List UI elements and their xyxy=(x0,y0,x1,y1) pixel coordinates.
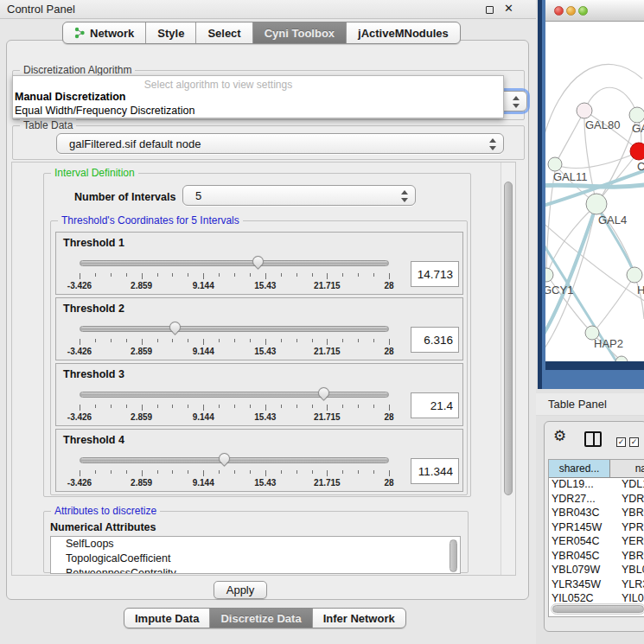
tab-style[interactable]: Style xyxy=(146,22,196,43)
tab-select[interactable]: Select xyxy=(196,22,252,43)
tab-discretize-data[interactable]: Discretize Data xyxy=(210,609,312,628)
slider-thumb[interactable] xyxy=(316,385,331,400)
slider-tick xyxy=(172,273,173,277)
tab-impute-data[interactable]: Impute Data xyxy=(124,609,210,628)
table-row[interactable]: YBR045CYBR0 xyxy=(549,550,644,564)
numerical-attributes-label: Numerical Attributes xyxy=(50,521,156,533)
network-node-ga[interactable] xyxy=(629,107,644,123)
table-row[interactable]: YBL079WYBL0 xyxy=(549,564,644,578)
slider-tick xyxy=(219,339,220,342)
split-columns-icon[interactable] xyxy=(584,431,602,447)
network-node-gal11[interactable] xyxy=(548,157,562,171)
slider-thumb[interactable] xyxy=(217,450,233,466)
slider-tick xyxy=(296,273,297,277)
checkbox-icon[interactable]: ✓ xyxy=(629,437,639,447)
threshold-value-field[interactable] xyxy=(411,458,459,484)
network-node-gcy1[interactable] xyxy=(545,268,553,282)
network-node-h[interactable] xyxy=(627,267,642,283)
tab-label: Discretize Data xyxy=(220,612,301,625)
list-item[interactable]: TopologicalCoefficient xyxy=(51,552,460,566)
cell-name: YBR0 xyxy=(610,550,644,564)
close-icon[interactable]: ✕ xyxy=(504,2,513,15)
threshold-label: Threshold 4 xyxy=(63,434,124,446)
slider-track[interactable] xyxy=(80,457,389,463)
slider-thumb[interactable] xyxy=(250,253,265,269)
slider-tick-label: -3.426 xyxy=(67,478,92,488)
close-traffic-light-icon[interactable] xyxy=(554,6,564,16)
table-row[interactable]: YBR043CYBR0 xyxy=(549,507,644,521)
cell-name: YBL0 xyxy=(610,564,644,578)
table-row[interactable]: YPR145WYPR1 xyxy=(549,521,644,536)
tab-network[interactable]: Network xyxy=(63,22,146,43)
numerical-attributes-list[interactable]: SelfLoopsTopologicalCoefficientBetweenne… xyxy=(50,536,461,574)
minimize-traffic-light-icon[interactable] xyxy=(566,6,576,16)
threshold-slider[interactable]: -3.4262.8599.14415.4321.71528 xyxy=(80,386,389,424)
table-horizontal-scrollbar-thumb[interactable] xyxy=(552,605,644,613)
slider-tick xyxy=(234,405,235,408)
list-item[interactable]: BetweennessCentrality xyxy=(51,566,460,574)
apply-button[interactable]: Apply xyxy=(214,581,267,599)
table-data-combobox[interactable]: galFiltered.sif default node xyxy=(56,133,504,154)
network-node-gal4[interactable] xyxy=(586,194,607,214)
tab-cyni-toolbox[interactable]: Cyni Toolbox xyxy=(253,22,347,43)
column-header-shared-name[interactable]: shared... xyxy=(549,460,610,477)
slider-tick xyxy=(250,339,251,342)
slider-tick xyxy=(203,273,204,279)
column-header-name[interactable]: na xyxy=(610,460,644,477)
slider-track[interactable] xyxy=(80,392,389,398)
table-row[interactable]: YDL19...YDL1 xyxy=(549,478,644,493)
settings-scrollpane: Interval Definition Number of Intervals … xyxy=(11,162,516,576)
settings-scrollbar[interactable] xyxy=(501,163,515,575)
slider-tick-label: 9.144 xyxy=(193,347,214,356)
slider-tick xyxy=(219,470,220,474)
interval-definition-group: Interval Definition Number of Intervals … xyxy=(43,173,471,497)
network-view-window: GAL80GACGAL11GAL4GCY1HHAP2 xyxy=(538,0,644,389)
zoom-traffic-light-icon[interactable] xyxy=(578,6,588,16)
slider-track[interactable] xyxy=(80,260,389,266)
slider-tick xyxy=(327,470,328,476)
list-item[interactable]: SelfLoops xyxy=(51,537,460,552)
table-row[interactable]: YDR27...YDR2 xyxy=(549,493,644,507)
slider-tick xyxy=(312,470,313,474)
slider-tick xyxy=(296,470,297,474)
slider-tick xyxy=(157,273,158,277)
number-of-intervals-combobox[interactable]: 5 xyxy=(182,185,416,206)
node-table: shared... na YDL19...YDL1YDR27...YDR2YBR… xyxy=(548,459,644,617)
slider-tick xyxy=(95,405,96,408)
threshold-slider[interactable]: -3.4262.8599.14415.4321.71528 xyxy=(80,452,389,490)
threshold-slider[interactable]: -3.4262.8599.14415.4321.71528 xyxy=(80,321,389,359)
algorithm-option-equal-width-frequency[interactable]: Equal Width/Frequency Discretization xyxy=(15,105,194,117)
list-scrollbar-thumb[interactable] xyxy=(450,539,457,572)
table-row[interactable]: YLR345WYLR3 xyxy=(549,578,644,593)
checkbox-icon[interactable]: ✓ xyxy=(616,437,626,447)
table-horizontal-scrollbar[interactable] xyxy=(551,603,644,615)
slider-tick xyxy=(342,339,343,342)
slider-thumb[interactable] xyxy=(167,319,182,335)
slider-tick xyxy=(234,470,235,474)
table-row[interactable]: YER054CYER0 xyxy=(549,535,644,550)
slider-tick xyxy=(281,470,282,474)
tab-infer-network[interactable]: Infer Network xyxy=(313,609,405,628)
slider-tick-label: 28 xyxy=(384,347,393,356)
table-header-row: shared... na xyxy=(549,460,644,478)
network-node-gal80[interactable] xyxy=(577,103,592,118)
threshold-value-field[interactable] xyxy=(411,327,459,353)
slider-tick xyxy=(219,405,220,408)
gear-icon[interactable]: ⚙ xyxy=(553,427,566,445)
slider-tick xyxy=(389,339,390,345)
settings-scrollbar-thumb[interactable] xyxy=(504,182,513,495)
threshold-value-field[interactable] xyxy=(411,392,459,418)
screen: Control Panel ✕ Discretization Algorithm… xyxy=(0,0,644,644)
algorithm-option-manual-discretization[interactable]: Manual Discretization xyxy=(15,91,126,103)
network-node-c[interactable] xyxy=(630,143,644,160)
slider-tick xyxy=(250,273,251,277)
threshold-slider[interactable]: -3.4262.8599.14415.4321.71528 xyxy=(80,255,389,293)
network-canvas[interactable]: GAL80GACGAL11GAL4GCY1HHAP2 xyxy=(545,22,644,361)
threshold-box: Threshold 2-3.4262.8599.14415.4321.71528 xyxy=(55,297,463,360)
network-nodes[interactable] xyxy=(545,103,644,361)
threshold-value-field[interactable] xyxy=(411,261,459,287)
slider-tick-label: 28 xyxy=(384,478,393,488)
slider-track[interactable] xyxy=(80,326,389,332)
float-window-icon[interactable] xyxy=(486,6,494,14)
tab-jactivemnodules[interactable]: jActiveMNodules xyxy=(347,22,460,43)
